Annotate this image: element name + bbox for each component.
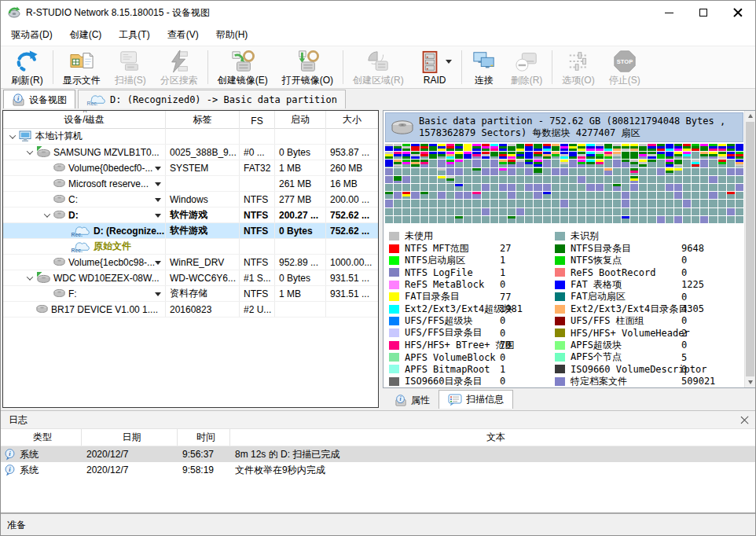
dropdown-caret-icon[interactable] xyxy=(446,60,452,64)
map-block xyxy=(578,192,585,199)
tree-row-boot xyxy=(275,302,326,317)
column-header-fs[interactable]: FS xyxy=(240,111,275,129)
tree-row-6[interactable]: Rec.D: (Recognize...软件游戏NTFS0 Bytes752.6… xyxy=(3,223,378,239)
toolbar-button-1-2[interactable]: 分区搜索 xyxy=(153,46,205,88)
dropdown-arrow-icon[interactable] xyxy=(155,292,161,296)
toolbar-button-3-1[interactable]: RAID xyxy=(411,46,459,88)
tree-row-fs: NTFS xyxy=(240,223,275,238)
menu-item-2[interactable]: 工具(T) xyxy=(110,24,158,46)
column-header-device[interactable]: 设备/磁盘 xyxy=(3,111,166,129)
chevron-down-icon[interactable] xyxy=(41,213,53,218)
dropdown-arrow-icon[interactable] xyxy=(155,261,161,265)
column-header-label[interactable]: 标签 xyxy=(166,111,240,129)
legend-value: 509021 xyxy=(681,376,715,387)
tree-row-1[interactable]: SAMSUNG MZVLB1T0...0025_388B_9...#0 ...0… xyxy=(3,145,378,160)
map-block xyxy=(420,160,428,167)
log-column-date[interactable]: 日期 xyxy=(82,429,178,446)
toolbar-button-2-1[interactable]: 打开镜像(O) xyxy=(275,46,340,88)
map-block xyxy=(613,192,621,199)
menu-item-4[interactable]: 帮助(H) xyxy=(207,24,257,46)
legend-color-swatch xyxy=(389,256,399,265)
tree-row-0[interactable]: 本地计算机 xyxy=(3,129,378,145)
map-block xyxy=(718,216,726,223)
log-row-text: 8m 12s 的 D: 扫描已完成 xyxy=(230,446,756,462)
chevron-down-icon[interactable] xyxy=(24,150,36,155)
chevron-down-icon[interactable] xyxy=(6,134,19,139)
column-header-boot[interactable]: 启动 xyxy=(275,111,326,129)
map-block xyxy=(736,208,743,215)
dropdown-arrow-icon[interactable] xyxy=(155,167,161,171)
map-block xyxy=(525,144,533,151)
map-block xyxy=(630,200,638,207)
log-column-type[interactable]: 类型 xyxy=(1,429,82,446)
legend-item-right-7: UFS/FFS 柱面组0 xyxy=(555,315,747,327)
column-header-size[interactable]: 大小 xyxy=(326,111,378,129)
scroll-up-icon[interactable] xyxy=(745,111,755,121)
log-close-icon[interactable] xyxy=(740,416,749,424)
legend-color-swatch xyxy=(555,353,565,362)
map-block xyxy=(490,192,498,199)
scan-icon xyxy=(118,49,143,74)
legend-label: HFS/HFS+ VolumeHeader xyxy=(571,328,690,339)
toolbar-button-2-0[interactable]: 创建镜像(E) xyxy=(211,46,275,88)
tree-row-7[interactable]: Rec.原始文件 xyxy=(3,239,378,255)
map-block xyxy=(657,152,665,159)
menu-item-1[interactable]: 创建(C) xyxy=(61,24,111,46)
scroll-down-icon[interactable] xyxy=(745,377,755,387)
dropdown-arrow-icon[interactable] xyxy=(155,182,161,186)
toolbar-button-0-0[interactable]: 刷新(R) xyxy=(4,46,50,88)
close-button[interactable] xyxy=(721,1,755,24)
tab-device-view[interactable]: i 设备视图 xyxy=(3,90,75,109)
tab-properties[interactable]: i 属性 xyxy=(386,391,439,409)
map-block xyxy=(736,192,743,199)
maximize-button[interactable] xyxy=(686,1,721,24)
tree-row-fs: NTFS xyxy=(240,192,275,207)
log-row-1[interactable]: i系统2020/12/79:58:19文件枚举在9秒内完成 xyxy=(1,462,756,478)
dropdown-arrow-icon[interactable] xyxy=(155,214,161,218)
toolbar-button-label: 扫描(S) xyxy=(115,74,146,87)
map-block xyxy=(552,160,560,167)
menu-item-0[interactable]: 驱动器(D) xyxy=(2,24,61,46)
scan-block-map[interactable] xyxy=(385,144,743,223)
toolbar-button-5-1[interactable]: STOP停止(S) xyxy=(602,46,648,88)
toolbar-button-4-0[interactable]: 连接 xyxy=(464,46,504,88)
tab-recognized-partition[interactable]: Rec. D: (Recognized0) -> Basic data part… xyxy=(78,90,346,108)
map-block xyxy=(613,152,621,159)
toolbar-button-5-0[interactable]: 选项(O) xyxy=(555,46,601,88)
tab-scan-information[interactable]: 扫描信息 xyxy=(439,390,513,409)
tree-row-2[interactable]: Volume{0bedecf0-...SYSTEMFAT321 MB260 MB xyxy=(3,160,378,176)
map-block xyxy=(429,176,437,183)
scrollbar-thumb[interactable] xyxy=(746,122,754,376)
log-column-time[interactable]: 时间 xyxy=(178,429,230,446)
map-block xyxy=(402,216,410,223)
legend-value: 5 xyxy=(681,352,687,363)
tree-row-9[interactable]: WDC WD10EZEX-08W...WD-WCC6Y6...#1 S...0 … xyxy=(3,270,378,286)
tree-row-10[interactable]: F:资料存储NTFS1 MB931.51 ... xyxy=(3,286,378,302)
log-row-0[interactable]: i系统2020/12/79:56:378m 12s 的 D: 扫描已完成 xyxy=(1,446,756,462)
log-column-text[interactable]: 文本 xyxy=(230,429,756,446)
map-block xyxy=(630,192,638,199)
scan-scrollbar[interactable] xyxy=(744,111,755,387)
tree-row-label: 0025_388B_9... xyxy=(166,145,240,160)
map-block xyxy=(402,144,410,151)
map-block xyxy=(438,184,446,191)
chevron-down-icon[interactable] xyxy=(24,276,36,281)
menu-item-3[interactable]: 查看(V) xyxy=(159,24,207,46)
map-block xyxy=(394,192,402,199)
tree-row-boot: 0 Bytes xyxy=(275,145,326,160)
toolbar-button-4-1[interactable]: 删除(R) xyxy=(504,46,550,88)
tree-row-11[interactable]: BR17 DEVICE V1.00 1....20160823#2 U... xyxy=(3,302,378,318)
tree-row-4[interactable]: C:WindowsNTFS277 MB200.00 ... xyxy=(3,192,378,207)
tree-row-5[interactable]: D:软件游戏NTFS200.27 ...752.62 ... xyxy=(3,207,378,223)
dropdown-arrow-icon[interactable] xyxy=(155,198,161,202)
tree-row-8[interactable]: Volume{1ecb0c98-...WinRE_DRVNTFS952.89 .… xyxy=(3,255,378,270)
tree-row-3[interactable]: Microsoft reserve...261 MB16 MB xyxy=(3,176,378,192)
map-block xyxy=(700,176,708,183)
minimize-button[interactable] xyxy=(651,1,686,24)
map-block xyxy=(482,200,490,207)
toolbar-button-3-0[interactable]: 创建区域(R) xyxy=(346,46,411,88)
map-block xyxy=(736,176,743,183)
toolbar-button-1-0[interactable]: 显示文件 xyxy=(56,46,108,88)
toolbar-button-1-1[interactable]: 扫描(S) xyxy=(108,46,153,88)
legend-value: 1 xyxy=(500,267,505,278)
